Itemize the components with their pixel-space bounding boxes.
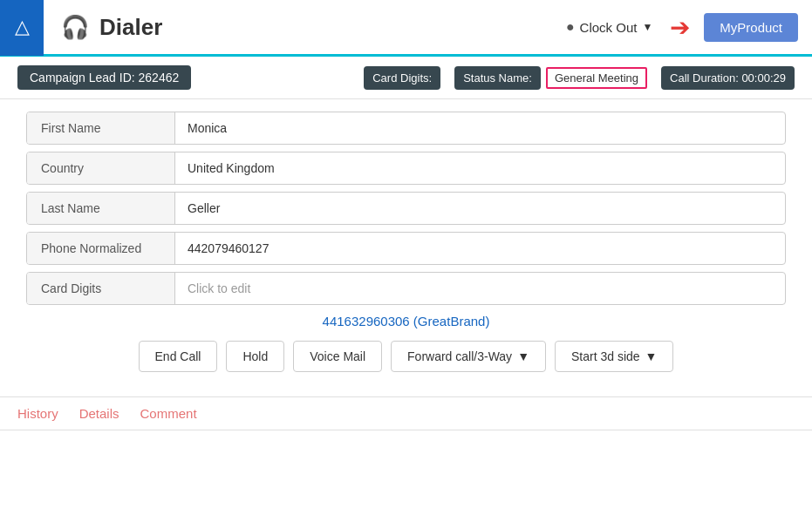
- action-buttons: End Call Hold Voice Mail Forward call/3-…: [26, 341, 786, 372]
- hold-button[interactable]: Hold: [226, 341, 284, 372]
- clock-out-dropdown-arrow: ▼: [642, 21, 652, 33]
- form-value-1: United Kingdom: [175, 152, 785, 184]
- clock-icon: ●: [566, 19, 575, 35]
- start-3d-button[interactable]: Start 3d side ▼: [555, 341, 673, 372]
- forward-call-button[interactable]: Forward call/3-Way ▼: [391, 341, 546, 372]
- duration-item: Call Duration: 00:00:29: [661, 66, 795, 90]
- card-digits-label: Card Digits:: [364, 66, 440, 90]
- info-bar: Campaign Lead ID: 262462 Card Digits: St…: [0, 57, 812, 99]
- form-value-3: 442079460127: [175, 233, 785, 264]
- clock-out-label: Clock Out: [580, 20, 638, 35]
- form-label-1: Country: [27, 152, 175, 184]
- form-value-4[interactable]: Click to edit: [175, 273, 785, 304]
- voice-mail-button[interactable]: Voice Mail: [293, 341, 382, 372]
- myproduct-button[interactable]: MyProduct: [704, 13, 798, 42]
- start-3d-label: Start 3d side: [571, 349, 640, 363]
- dialer-headset-icon: 🎧: [61, 14, 89, 41]
- form-label-3: Phone Normalized: [27, 233, 175, 264]
- status-name-label: Status Name:: [454, 66, 541, 90]
- form-value-0: Monica: [175, 112, 785, 144]
- tabs-bar: History Details Comment: [0, 396, 812, 430]
- arrow-container: ➔: [670, 13, 693, 42]
- form-row: First NameMonica: [26, 112, 786, 145]
- start-3d-dropdown-arrow: ▼: [645, 349, 658, 363]
- forward-call-label: Forward call/3-Way: [407, 349, 512, 363]
- tab-comment[interactable]: Comment: [140, 403, 197, 424]
- form-label-0: First Name: [27, 112, 175, 144]
- duration-label: Call Duration: 00:00:29: [661, 66, 795, 90]
- red-arrow-icon: ➔: [670, 13, 690, 42]
- page-title: Dialer: [99, 14, 556, 41]
- app-header: △ 🎧 Dialer ● Clock Out ▼ ➔ MyProduct: [0, 0, 812, 57]
- form-section: First NameMonicaCountryUnited KingdomLas…: [0, 99, 812, 396]
- clock-out-button[interactable]: ● Clock Out ▼: [566, 19, 652, 35]
- bottom-area: [0, 430, 812, 473]
- logo-box: △: [0, 0, 44, 56]
- forward-call-dropdown-arrow: ▼: [517, 349, 529, 363]
- card-digits-item: Card Digits:: [364, 66, 440, 90]
- app-logo-icon: △: [15, 16, 30, 38]
- tab-details[interactable]: Details: [79, 403, 119, 424]
- form-row: Last NameGeller: [26, 192, 786, 225]
- status-value: General Meeting: [546, 67, 647, 89]
- status-item: Status Name: General Meeting: [454, 66, 647, 90]
- form-row: Phone Normalized442079460127: [26, 232, 786, 265]
- form-label-2: Last Name: [27, 193, 175, 224]
- form-row: Card DigitsClick to edit: [26, 272, 786, 305]
- tab-history[interactable]: History: [17, 403, 58, 424]
- form-value-2: Geller: [175, 193, 785, 224]
- campaign-badge: Campaign Lead ID: 262462: [17, 65, 191, 90]
- end-call-button[interactable]: End Call: [139, 341, 218, 372]
- form-label-4: Card Digits: [27, 273, 175, 304]
- phone-display: 441632960306 (GreatBrand): [26, 314, 786, 329]
- form-row: CountryUnited Kingdom: [26, 152, 786, 185]
